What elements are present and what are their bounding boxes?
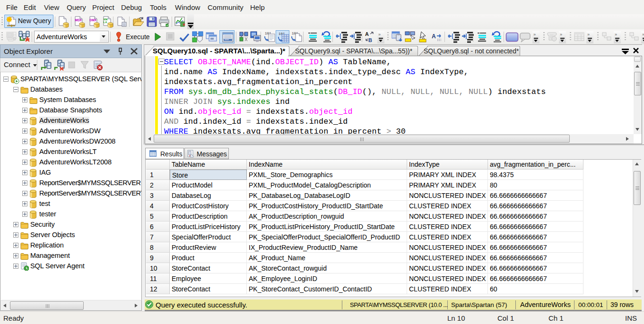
svg-text:A: A <box>365 31 369 37</box>
svg-text:LA: LA <box>104 21 108 24</box>
svg-text:MDX: MDX <box>75 18 82 22</box>
svg-text:B: B <box>368 37 372 43</box>
svg-text:DMX: DMX <box>90 18 97 22</box>
svg-text:A: A <box>432 33 436 40</box>
